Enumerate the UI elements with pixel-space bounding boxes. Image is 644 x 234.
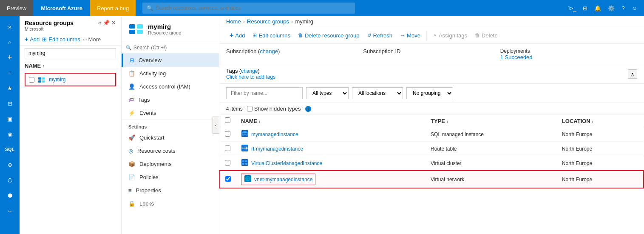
sidebar-item-misc[interactable]: ↔ [1, 203, 18, 218]
sidebar-item-db[interactable]: ◉ [1, 127, 18, 141]
sidebar-item-home[interactable]: ⌂ [1, 35, 18, 49]
help-icon[interactable]: ? [621, 5, 624, 11]
delete-rg-btn[interactable]: 🗑 Delete resource group [295, 31, 363, 40]
notifications-icon[interactable]: 🔔 [594, 5, 601, 11]
delete-btn[interactable]: 🗑 Delete [471, 31, 501, 40]
type-filter-select[interactable]: All types [306, 87, 349, 99]
rg-add-btn[interactable]: + Add [25, 36, 40, 43]
nav-item-deployments[interactable]: 📦 Deployments [122, 157, 219, 171]
location-col-header[interactable]: LOCATION ↕ [557, 115, 644, 127]
preview-btn[interactable]: Preview [0, 0, 33, 16]
type-col-header[interactable]: TYPE ↕ [426, 115, 557, 127]
rg-edit-columns-btn[interactable]: ⊞ Edit columns [42, 36, 80, 43]
move-btn[interactable]: → Move [397, 31, 424, 40]
resource-costs-icon: ◎ [128, 148, 133, 154]
row-icon-route [241, 144, 249, 153]
resource-name-link[interactable]: vnet-mymanagedinstance [254, 177, 312, 183]
rg-search-input[interactable] [25, 48, 116, 58]
refresh-btn[interactable]: ↺ Refresh [364, 31, 396, 40]
nav-panel-collapse-handle[interactable]: ‹ [213, 117, 219, 134]
nav-panel-subtitle: Resource group [148, 30, 181, 35]
refresh-icon: ↺ [367, 32, 372, 38]
nav-search-input[interactable] [133, 45, 215, 51]
name-col-header[interactable]: NAME ↕ [236, 115, 426, 127]
resource-name-link[interactable]: VirtualClusterManagedInstance [251, 160, 322, 166]
sidebar-item-security[interactable]: ⬢ [1, 188, 18, 203]
rg-panel-pin-btn[interactable]: 📌 [103, 20, 110, 26]
nav-item-properties[interactable]: ≡ Properties [122, 184, 219, 197]
location-filter-select[interactable]: All locations [352, 87, 403, 99]
rg-list-item[interactable]: mymirg [25, 73, 116, 86]
rg-item-name[interactable]: mymirg [49, 77, 65, 83]
nav-item-resource-costs[interactable]: ◎ Resource costs [122, 144, 219, 157]
report-bug-btn[interactable]: Report a bug [90, 0, 136, 16]
top-bar: Preview Microsoft Azure Report a bug 🔍 … [0, 0, 644, 16]
svg-rect-6 [129, 30, 135, 34]
search-input[interactable] [156, 5, 283, 11]
show-hidden-label[interactable]: Show hidden types [247, 106, 301, 112]
resource-name-link[interactable]: mymanagedinstance [251, 131, 298, 137]
nav-item-access-control[interactable]: 👤 Access control (IAM) [122, 80, 219, 93]
row-checkbox[interactable] [225, 131, 230, 137]
svg-rect-5 [137, 24, 143, 29]
search-box[interactable]: 🔍 [142, 3, 355, 14]
items-bar: 4 items Show hidden types i [219, 103, 644, 115]
breadcrumb-home[interactable]: Home [226, 18, 241, 25]
sidebar-item-rg2[interactable]: ▣ [1, 111, 18, 126]
grouping-filter-select[interactable]: No grouping [406, 87, 453, 99]
filter-input[interactable] [226, 87, 303, 99]
sidebar-expand-btn[interactable]: » [1, 20, 18, 34]
sidebar-item-rg[interactable]: ⊞ [1, 96, 18, 111]
nav-item-policies[interactable]: 📄 Policies [122, 171, 219, 184]
svg-rect-3 [42, 80, 45, 83]
properties-icon: ≡ [128, 187, 132, 194]
sidebar-item-sql[interactable]: SQL [1, 142, 18, 157]
row-checkbox[interactable] [225, 160, 230, 166]
rg-panel-close-btn[interactable]: ✕ [111, 20, 116, 26]
sidebar-item-monitor[interactable]: ⬡ [1, 173, 18, 187]
resource-name-link[interactable]: rt-mymanagedinstance [251, 146, 303, 152]
row-checkbox[interactable] [225, 146, 230, 151]
subscription-change-link[interactable]: change [260, 48, 278, 54]
filter-bar: All types All locations No grouping [219, 84, 644, 103]
nav-item-overview[interactable]: ⊞ Overview [122, 54, 219, 67]
deployments-value-link[interactable]: 1 Succeeded [500, 54, 533, 60]
plus-icon: + [25, 36, 28, 43]
sort-icon[interactable]: ↕ [43, 64, 45, 68]
show-hidden-checkbox[interactable] [247, 106, 252, 111]
rg-more-btn[interactable]: ··· More [83, 36, 101, 43]
select-all-checkbox[interactable] [225, 117, 230, 123]
portal-settings-icon[interactable]: ⊞ [583, 5, 587, 11]
sidebar-item-favorites[interactable]: ★ [1, 81, 18, 95]
breadcrumb-rg[interactable]: Resource groups [247, 18, 289, 25]
collapse-info-btn[interactable]: ∧ [628, 69, 637, 79]
rg-item-checkbox[interactable] [29, 77, 34, 83]
nav-scroll: ⊞ Overview 📋 Activity log 👤 Access contr… [122, 54, 219, 234]
sidebar-item-network[interactable]: ⊕ [1, 157, 18, 172]
tags-add-link[interactable]: Click here to add tags [226, 74, 275, 80]
nav-item-events[interactable]: ⚡ Events [122, 106, 219, 120]
settings-icon[interactable]: ⚙️ [608, 5, 615, 11]
add-btn[interactable]: + Add [226, 30, 248, 41]
search-icon: 🔍 [147, 5, 153, 11]
nav-item-tags[interactable]: 🏷 Tags [122, 93, 219, 106]
feedback-icon[interactable]: ☺ [632, 5, 637, 11]
nav-item-quickstart[interactable]: 🚀 Quickstart [122, 131, 219, 144]
assign-tags-btn[interactable]: ⚬ Assign tags [429, 31, 471, 40]
rg-panel-collapse-btn[interactable]: « [98, 20, 101, 26]
assign-tags-icon: ⚬ [433, 32, 437, 38]
sidebar-item-search[interactable]: ≡ [1, 66, 18, 80]
nav-item-locks[interactable]: 🔒 Locks [122, 197, 219, 210]
subscription-label: Subscription [226, 48, 257, 54]
sidebar-item-new[interactable]: + [1, 50, 18, 65]
tags-change-link[interactable]: change [241, 68, 258, 74]
name-sort-icon: ↕ [258, 120, 261, 124]
nav-item-activity-log[interactable]: 📋 Activity log [122, 67, 219, 80]
nav-item-overview-label: Overview [139, 57, 162, 63]
nav-item-resource-costs-label: Resource costs [137, 148, 176, 154]
row-checkbox[interactable] [225, 176, 231, 182]
nav-item-policies-label: Policies [139, 174, 159, 180]
cloud-shell-icon[interactable]: >_ [568, 5, 576, 11]
edit-columns-btn[interactable]: ⊞ Edit columns [249, 31, 293, 40]
info-icon[interactable]: i [305, 106, 311, 112]
